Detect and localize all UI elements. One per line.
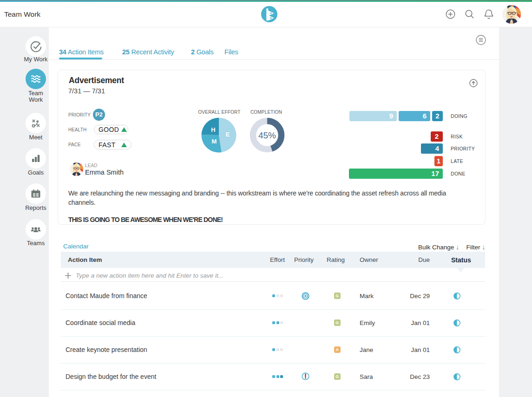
svg-text:E: E xyxy=(226,131,230,138)
svg-text:H: H xyxy=(211,126,215,133)
svg-text:M: M xyxy=(212,138,217,145)
svg-text:45%: 45% xyxy=(258,130,276,140)
